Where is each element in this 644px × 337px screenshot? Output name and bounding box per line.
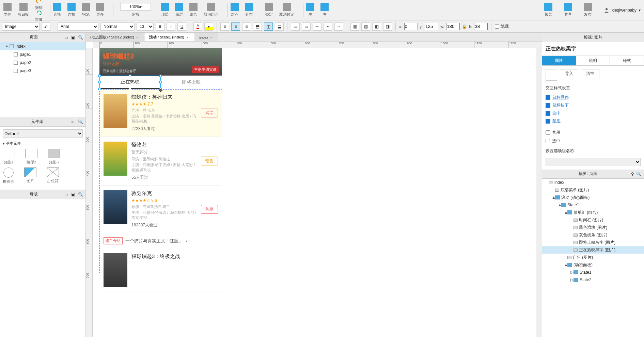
widget-rect2[interactable]: 矩形2 <box>25 149 37 165</box>
publish-button[interactable]: 发布 <box>584 3 592 17</box>
ix-hover-link[interactable]: 鼠标悬停 <box>546 94 641 101</box>
tab-coming-soon[interactable]: 即将上映 <box>161 76 222 89</box>
collapse-icon[interactable]: ▷ <box>570 277 574 282</box>
tab-state2[interactable]: (动态面板) / State2 (index)× <box>86 33 144 41</box>
arrow-button[interactable]: → <box>334 22 343 31</box>
preview-button[interactable]: 预览 <box>544 3 552 17</box>
clear-button[interactable]: 清空 <box>581 69 599 78</box>
user-menu[interactable]: xieqiwenbaby ▾ <box>603 7 641 13</box>
masters-add-icon[interactable]: ▭ <box>64 192 69 197</box>
ix-mousedown-link[interactable]: 鼠标按下 <box>546 101 641 109</box>
valign-top-button[interactable]: ⬒ <box>253 22 262 31</box>
widgets-menu-icon[interactable]: ≡ <box>71 119 76 124</box>
tab-state1[interactable]: 滚动 / State1 (index)× <box>145 33 194 41</box>
movie-item-4[interactable]: 猩球崛起3：终极之战 <box>99 248 222 292</box>
ungroup-button[interactable]: 取消组合 <box>204 3 219 17</box>
front-button[interactable]: 顶层 <box>161 3 169 17</box>
movie-item-3[interactable]: 敦刻尔克 ★★★★☆ 8.6 导演：克里斯托弗·诺兰 主演：菲恩·怀特海德 / … <box>99 186 222 233</box>
widget-ellipse[interactable]: 椭圆形 <box>3 167 14 184</box>
scrollbar-vertical[interactable] <box>536 48 542 337</box>
interview-link[interactable]: 诺兰专访 一个胶片与真实主义「狂魔」 › <box>99 233 222 248</box>
align-center-button[interactable]: ≡ <box>231 22 240 31</box>
group-button[interactable]: 组合 <box>189 3 198 17</box>
page-page2[interactable]: page2 <box>0 59 85 67</box>
y-input[interactable] <box>425 23 438 30</box>
page-page3[interactable]: page3 <box>0 67 85 75</box>
outline-item[interactable]: 灰色线条 (图片) <box>542 231 644 239</box>
valign-bottom-button[interactable]: ⬓ <box>275 22 284 31</box>
movie-item-2[interactable]: 怪物岛 暂无评分 导演：里昂纳多·阿格拉 主演：菲奥娜·哈丁汉姆 / 罗格·杰克… <box>99 137 222 186</box>
widget-type-select[interactable]: Image <box>2 22 40 31</box>
close-icon[interactable]: × <box>210 36 214 39</box>
line-style-button[interactable]: ┅ <box>324 22 332 31</box>
collapse-icon[interactable]: ▲ <box>552 195 555 200</box>
outline-item[interactable]: index <box>542 179 644 186</box>
close-icon[interactable]: × <box>186 36 190 39</box>
tab-now-showing[interactable]: 正在热映 <box>99 76 161 89</box>
align-button[interactable]: 对齐 <box>231 3 239 17</box>
h-input[interactable] <box>474 23 488 30</box>
line-color-button[interactable]: ▭ <box>302 22 311 31</box>
widget-image[interactable]: 图片 <box>24 167 36 184</box>
masters-search-icon[interactable]: 🔍 <box>78 192 83 197</box>
share-button[interactable]: 共享 <box>564 3 572 17</box>
outline-item[interactable]: 黑色滑块 (图片) <box>542 224 644 231</box>
outline-item[interactable]: 即将上映灰字 (图片) <box>542 239 644 246</box>
page-page1[interactable]: page1 <box>0 50 85 59</box>
buy-ticket-button[interactable]: 购票 <box>201 205 218 214</box>
fill-color-button[interactable]: ▾ <box>204 22 213 31</box>
bg-fill-button[interactable]: ▭ <box>291 22 300 31</box>
font-select[interactable]: Arial <box>58 22 98 31</box>
w-input[interactable] <box>446 23 460 30</box>
page-index[interactable]: index <box>0 42 85 50</box>
tab-style[interactable]: 样式 <box>610 56 644 65</box>
text-color-button[interactable]: A <box>193 22 202 31</box>
buy-ticket-button[interactable]: 购票 <box>201 109 218 117</box>
fill-opacity-button[interactable]: ▨ <box>361 22 370 31</box>
file-group[interactable]: 文件 <box>3 3 12 17</box>
unlock-button[interactable]: 取消锁定 <box>279 3 294 17</box>
import-button[interactable]: 导入 <box>560 69 578 78</box>
widget-library-select[interactable]: Default <box>3 129 83 138</box>
outline-item[interactable]: 时间栏 (图片) <box>542 216 644 224</box>
tab-index[interactable]: index× <box>195 33 218 41</box>
widget-rect1[interactable]: 矩形1 <box>3 149 15 165</box>
outline-item[interactable]: 正在热映黑字 (图片) <box>542 246 644 254</box>
collapse-icon[interactable]: ▲ <box>564 210 567 215</box>
font-size-select[interactable]: 13 <box>137 22 154 31</box>
bold-button[interactable]: B <box>156 22 164 31</box>
masters-folder-icon[interactable]: ▣ <box>71 192 76 197</box>
italic-button[interactable]: I <box>167 22 175 31</box>
outline-item[interactable]: ▲菜单组 (组合) <box>542 209 644 216</box>
align-right-button[interactable]: ≡ <box>242 22 251 31</box>
dock-right-button[interactable]: 右 <box>320 3 329 17</box>
line-width-button[interactable]: ═ <box>313 22 321 31</box>
connect-tool[interactable]: 连接 <box>67 3 76 17</box>
presale-button[interactable]: 预售 <box>201 157 218 165</box>
outline-item[interactable]: ▲State1 <box>542 201 644 209</box>
widget-placeholder[interactable]: 占位符 <box>47 167 59 184</box>
tab-notes[interactable]: 说明 <box>576 56 610 65</box>
select-tool[interactable]: 选择 <box>53 3 61 17</box>
pages-search-icon[interactable]: 🔍 <box>78 35 83 40</box>
outline-item[interactable]: ▷State2 <box>542 276 644 284</box>
outline-item[interactable]: ▲滚动 (动态面板) <box>542 194 644 201</box>
collapse-icon[interactable]: ▲ <box>564 262 567 267</box>
collapse-icon[interactable]: ▷ <box>570 270 574 275</box>
paint-format-button[interactable]: 🖌 <box>42 22 50 31</box>
distribute-button[interactable]: 分布 <box>245 3 253 17</box>
clipboard-group[interactable]: 剪贴板 <box>18 3 29 17</box>
movie-item-1[interactable]: 蜘蛛侠：英雄归来 ★★★★ 7.7 导演：乔·沃茨 主演：汤姆·霍兰德 / 小罗… <box>99 89 222 137</box>
outline-filter-icon[interactable]: ⚲ <box>631 172 634 176</box>
align-left-button[interactable]: ≡ <box>220 22 229 31</box>
lock-aspect-icon[interactable]: 🔒 <box>462 24 467 29</box>
tab-properties[interactable]: 属性 <box>542 56 576 65</box>
widgets-search-icon[interactable]: 🔍 <box>78 119 83 124</box>
ix-disabled-link[interactable]: 禁用 <box>546 117 641 125</box>
selected-checkbox[interactable]: 选中 <box>546 137 641 145</box>
pages-folder-icon[interactable]: ▣ <box>71 35 76 40</box>
dock-left-button[interactable]: 左 <box>306 3 314 17</box>
pen-tool[interactable]: 钢笔 <box>82 3 90 17</box>
x-input[interactable] <box>404 23 418 30</box>
outline-item[interactable]: ▷State1 <box>542 269 644 276</box>
